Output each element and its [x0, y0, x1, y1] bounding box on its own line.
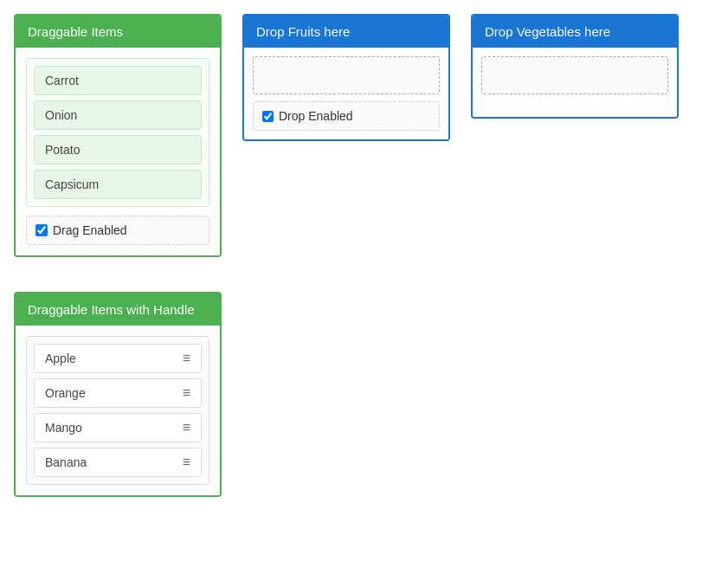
- drop-fruits-title: Drop Fruits here: [256, 24, 350, 39]
- drop-enabled-row: Drop Enabled: [253, 101, 440, 131]
- drop-vegetables-panel: Drop Vegetables here: [471, 14, 679, 119]
- drag-list-item[interactable]: Potato: [34, 135, 202, 164]
- handle-item-label: Orange: [45, 386, 86, 400]
- handle-panel: Draggable Items with Handle Apple≡Orange…: [14, 292, 222, 497]
- drop-vegetables-area[interactable]: [481, 56, 668, 94]
- drag-enabled-row: Drag Enabled: [26, 216, 209, 245]
- drop-fruits-area[interactable]: [253, 56, 440, 94]
- drag-enabled-label: Drag Enabled: [53, 223, 127, 237]
- drop-fruits-panel: Drop Fruits here Drop Enabled: [242, 14, 450, 141]
- handle-item-label: Apple: [45, 351, 76, 365]
- handle-list-item: Orange≡: [34, 378, 202, 408]
- handle-item-label: Mango: [45, 421, 82, 435]
- drag-handle-icon[interactable]: ≡: [183, 351, 190, 365]
- drop-enabled-checkbox[interactable]: [262, 111, 274, 122]
- draggable-panel-header: Draggable Items: [16, 16, 220, 48]
- draggable-panel-title: Draggable Items: [28, 24, 123, 39]
- drop-enabled-label: Drop Enabled: [279, 109, 353, 123]
- drop-fruits-body: Drop Enabled: [244, 48, 448, 139]
- drag-handle-icon[interactable]: ≡: [183, 421, 190, 435]
- drop-fruits-header: Drop Fruits here: [244, 16, 448, 48]
- handle-panel-header: Draggable Items with Handle: [16, 293, 220, 326]
- drop-vegetables-header: Drop Vegetables here: [473, 16, 677, 48]
- handle-list-item: Apple≡: [34, 344, 202, 373]
- drag-handle-icon[interactable]: ≡: [183, 386, 190, 400]
- handle-list-item: Mango≡: [34, 413, 202, 442]
- handle-item-label: Banana: [45, 455, 87, 469]
- draggable-panel-body: CarrotOnionPotatoCapsicum Drag Enabled: [16, 48, 220, 255]
- handle-panel-title: Draggable Items with Handle: [28, 302, 195, 317]
- drag-handle-icon[interactable]: ≡: [183, 455, 190, 469]
- drag-list-item[interactable]: Carrot: [34, 66, 202, 95]
- drag-enabled-checkbox[interactable]: [35, 224, 48, 236]
- drag-list: CarrotOnionPotatoCapsicum: [26, 58, 209, 207]
- drag-list-item[interactable]: Onion: [34, 100, 202, 130]
- drop-vegetables-body: [473, 48, 677, 117]
- draggable-items-panel: Draggable Items CarrotOnionPotatoCapsicu…: [14, 14, 222, 257]
- handle-list: Apple≡Orange≡Mango≡Banana≡: [26, 336, 209, 485]
- drop-vegetables-title: Drop Vegetables here: [485, 24, 610, 39]
- drag-list-item[interactable]: Capsicum: [34, 170, 202, 199]
- handle-panel-body: Apple≡Orange≡Mango≡Banana≡: [16, 326, 220, 495]
- handle-list-item: Banana≡: [34, 448, 202, 477]
